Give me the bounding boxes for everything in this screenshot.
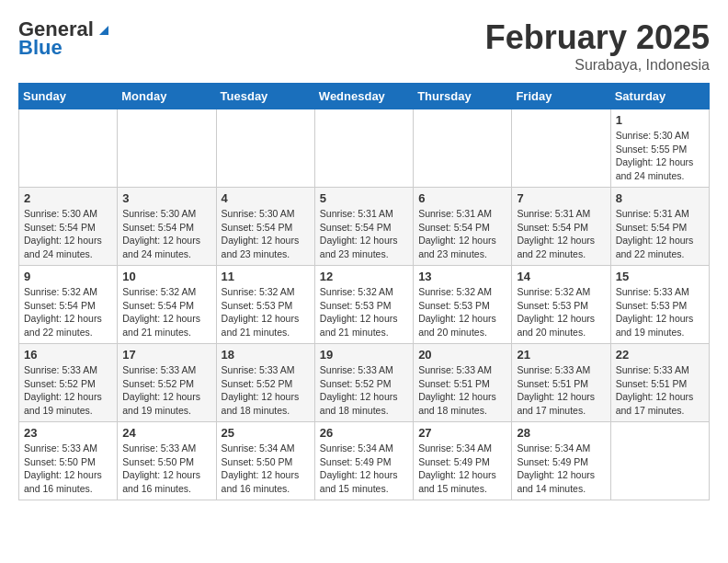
day-number: 18 xyxy=(222,348,310,362)
day-number: 10 xyxy=(122,270,210,283)
calendar-cell xyxy=(414,109,512,188)
column-header-monday: Monday xyxy=(118,84,216,109)
day-info: Sunrise: 5:31 AM Sunset: 5:54 PM Dayligh… xyxy=(320,207,408,261)
calendar-week-row: 2Sunrise: 5:30 AM Sunset: 5:54 PM Daylig… xyxy=(19,188,710,266)
column-header-sunday: Sunday xyxy=(19,84,118,109)
calendar-cell: 24Sunrise: 5:33 AM Sunset: 5:50 PM Dayli… xyxy=(118,422,216,500)
day-number: 3 xyxy=(122,191,210,205)
column-header-wednesday: Wednesday xyxy=(314,84,413,109)
day-info: Sunrise: 5:31 AM Sunset: 5:54 PM Dayligh… xyxy=(616,207,704,261)
day-number: 27 xyxy=(418,426,506,440)
day-info: Sunrise: 5:30 AM Sunset: 5:55 PM Dayligh… xyxy=(616,129,704,183)
calendar-cell: 19Sunrise: 5:33 AM Sunset: 5:52 PM Dayli… xyxy=(314,344,413,422)
logo-arrow-icon xyxy=(96,20,112,37)
day-number: 22 xyxy=(616,348,704,362)
calendar-table: SundayMondayTuesdayWednesdayThursdayFrid… xyxy=(18,83,710,500)
calendar-week-row: 23Sunrise: 5:33 AM Sunset: 5:50 PM Dayli… xyxy=(19,422,710,500)
day-number: 1 xyxy=(616,113,704,127)
calendar-cell xyxy=(512,109,610,188)
calendar-cell: 28Sunrise: 5:34 AM Sunset: 5:49 PM Dayli… xyxy=(512,422,610,500)
day-number: 21 xyxy=(517,348,605,362)
day-number: 15 xyxy=(616,270,704,283)
day-number: 25 xyxy=(222,426,310,440)
day-number: 9 xyxy=(24,270,112,283)
calendar-cell: 8Sunrise: 5:31 AM Sunset: 5:54 PM Daylig… xyxy=(610,188,709,266)
calendar-cell xyxy=(216,109,314,188)
logo: General Blue xyxy=(18,18,112,59)
calendar-week-row: 9Sunrise: 5:32 AM Sunset: 5:54 PM Daylig… xyxy=(19,266,710,344)
calendar-cell: 21Sunrise: 5:33 AM Sunset: 5:51 PM Dayli… xyxy=(512,344,610,422)
calendar-cell xyxy=(19,109,118,188)
day-number: 5 xyxy=(320,191,408,205)
day-number: 16 xyxy=(24,348,112,362)
calendar-cell: 18Sunrise: 5:33 AM Sunset: 5:52 PM Dayli… xyxy=(216,344,314,422)
day-number: 14 xyxy=(517,270,605,283)
column-header-thursday: Thursday xyxy=(414,84,512,109)
day-info: Sunrise: 5:32 AM Sunset: 5:53 PM Dayligh… xyxy=(320,285,408,339)
day-number: 8 xyxy=(616,191,704,205)
day-info: Sunrise: 5:31 AM Sunset: 5:54 PM Dayligh… xyxy=(517,207,605,261)
day-info: Sunrise: 5:34 AM Sunset: 5:49 PM Dayligh… xyxy=(517,442,605,496)
calendar-cell: 14Sunrise: 5:32 AM Sunset: 5:53 PM Dayli… xyxy=(512,266,610,344)
calendar-cell: 27Sunrise: 5:34 AM Sunset: 5:49 PM Dayli… xyxy=(414,422,512,500)
calendar-cell: 16Sunrise: 5:33 AM Sunset: 5:52 PM Dayli… xyxy=(19,344,118,422)
calendar-cell: 15Sunrise: 5:33 AM Sunset: 5:53 PM Dayli… xyxy=(610,266,709,344)
day-info: Sunrise: 5:32 AM Sunset: 5:53 PM Dayligh… xyxy=(418,285,506,339)
day-number: 19 xyxy=(320,348,408,362)
calendar-cell: 10Sunrise: 5:32 AM Sunset: 5:54 PM Dayli… xyxy=(118,266,216,344)
day-number: 28 xyxy=(517,426,605,440)
calendar-cell: 6Sunrise: 5:31 AM Sunset: 5:54 PM Daylig… xyxy=(414,188,512,266)
month-title: February 2025 xyxy=(485,18,710,57)
calendar-cell: 4Sunrise: 5:30 AM Sunset: 5:54 PM Daylig… xyxy=(216,188,314,266)
day-info: Sunrise: 5:34 AM Sunset: 5:49 PM Dayligh… xyxy=(320,442,408,496)
day-info: Sunrise: 5:34 AM Sunset: 5:50 PM Dayligh… xyxy=(222,442,310,496)
day-info: Sunrise: 5:33 AM Sunset: 5:51 PM Dayligh… xyxy=(418,363,506,418)
calendar-cell xyxy=(118,109,216,188)
calendar-cell: 5Sunrise: 5:31 AM Sunset: 5:54 PM Daylig… xyxy=(314,188,413,266)
calendar-cell: 20Sunrise: 5:33 AM Sunset: 5:51 PM Dayli… xyxy=(414,344,512,422)
day-info: Sunrise: 5:32 AM Sunset: 5:53 PM Dayligh… xyxy=(517,285,605,339)
day-info: Sunrise: 5:33 AM Sunset: 5:50 PM Dayligh… xyxy=(122,442,210,496)
calendar-cell: 9Sunrise: 5:32 AM Sunset: 5:54 PM Daylig… xyxy=(19,266,118,344)
day-number: 2 xyxy=(24,191,112,205)
calendar-week-row: 1Sunrise: 5:30 AM Sunset: 5:55 PM Daylig… xyxy=(19,109,710,188)
day-info: Sunrise: 5:33 AM Sunset: 5:50 PM Dayligh… xyxy=(24,442,112,496)
day-info: Sunrise: 5:33 AM Sunset: 5:52 PM Dayligh… xyxy=(320,363,408,418)
calendar-cell: 7Sunrise: 5:31 AM Sunset: 5:54 PM Daylig… xyxy=(512,188,610,266)
day-info: Sunrise: 5:30 AM Sunset: 5:54 PM Dayligh… xyxy=(122,207,210,261)
calendar-cell xyxy=(610,422,709,500)
calendar-cell: 11Sunrise: 5:32 AM Sunset: 5:53 PM Dayli… xyxy=(216,266,314,344)
day-info: Sunrise: 5:33 AM Sunset: 5:52 PM Dayligh… xyxy=(122,363,210,418)
day-info: Sunrise: 5:34 AM Sunset: 5:49 PM Dayligh… xyxy=(418,442,506,496)
calendar-cell: 25Sunrise: 5:34 AM Sunset: 5:50 PM Dayli… xyxy=(216,422,314,500)
day-info: Sunrise: 5:33 AM Sunset: 5:51 PM Dayligh… xyxy=(517,363,605,418)
svg-marker-0 xyxy=(99,26,108,35)
calendar-cell: 1Sunrise: 5:30 AM Sunset: 5:55 PM Daylig… xyxy=(610,109,709,188)
day-info: Sunrise: 5:31 AM Sunset: 5:54 PM Dayligh… xyxy=(418,207,506,261)
calendar-cell: 17Sunrise: 5:33 AM Sunset: 5:52 PM Dayli… xyxy=(118,344,216,422)
calendar-cell: 3Sunrise: 5:30 AM Sunset: 5:54 PM Daylig… xyxy=(118,188,216,266)
column-header-friday: Friday xyxy=(512,84,610,109)
day-info: Sunrise: 5:33 AM Sunset: 5:52 PM Dayligh… xyxy=(222,363,310,418)
day-number: 24 xyxy=(122,426,210,440)
calendar-cell: 2Sunrise: 5:30 AM Sunset: 5:54 PM Daylig… xyxy=(19,188,118,266)
calendar-cell: 26Sunrise: 5:34 AM Sunset: 5:49 PM Dayli… xyxy=(314,422,413,500)
day-info: Sunrise: 5:33 AM Sunset: 5:53 PM Dayligh… xyxy=(616,285,704,339)
day-number: 4 xyxy=(222,191,310,205)
calendar-cell: 13Sunrise: 5:32 AM Sunset: 5:53 PM Dayli… xyxy=(414,266,512,344)
calendar-cell: 23Sunrise: 5:33 AM Sunset: 5:50 PM Dayli… xyxy=(19,422,118,500)
calendar-cell: 12Sunrise: 5:32 AM Sunset: 5:53 PM Dayli… xyxy=(314,266,413,344)
column-header-tuesday: Tuesday xyxy=(216,84,314,109)
day-number: 23 xyxy=(24,426,112,440)
day-number: 20 xyxy=(418,348,506,362)
page-header: General Blue February 2025 Surabaya, Ind… xyxy=(18,18,710,74)
day-info: Sunrise: 5:32 AM Sunset: 5:54 PM Dayligh… xyxy=(122,285,210,339)
day-number: 12 xyxy=(320,270,408,283)
location-subtitle: Surabaya, Indonesia xyxy=(485,57,710,74)
title-block: February 2025 Surabaya, Indonesia xyxy=(485,18,710,74)
column-header-saturday: Saturday xyxy=(610,84,709,109)
day-info: Sunrise: 5:32 AM Sunset: 5:53 PM Dayligh… xyxy=(222,285,310,339)
calendar-cell: 22Sunrise: 5:33 AM Sunset: 5:51 PM Dayli… xyxy=(610,344,709,422)
logo-blue: Blue xyxy=(18,37,112,59)
calendar-header-row: SundayMondayTuesdayWednesdayThursdayFrid… xyxy=(19,84,710,109)
